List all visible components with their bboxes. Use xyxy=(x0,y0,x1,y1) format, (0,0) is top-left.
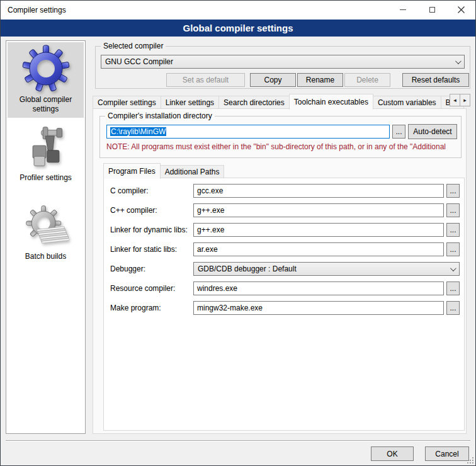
toolchain-executables-page: Compiler's installation directory C:\ray… xyxy=(93,108,467,434)
dynamic-linker-value: g++.exe xyxy=(197,225,224,234)
dynamic-linker-browse-button[interactable]: ... xyxy=(446,223,460,237)
compiler-select[interactable]: GNU GCC Compiler xyxy=(101,55,465,69)
sidebar-item-profiler-settings[interactable]: Profiler settings xyxy=(8,123,84,187)
batch-builds-icon xyxy=(23,204,69,249)
debugger-select[interactable]: GDB/CDB debugger : Default xyxy=(193,262,460,276)
blue-gear-icon xyxy=(22,45,70,93)
cpp-compiler-value: g++.exe xyxy=(197,206,224,215)
make-program-input[interactable]: mingw32-make.exe xyxy=(193,301,444,315)
chevron-down-icon xyxy=(450,265,456,271)
tab-additional-paths[interactable]: Additional Paths xyxy=(160,165,225,178)
sidebar-item-batch-builds[interactable]: Batch builds xyxy=(8,202,84,266)
close-icon xyxy=(458,6,465,13)
installation-directory-input[interactable]: C:\raylib\MinGW xyxy=(106,125,390,139)
make-program-value: mingw32-make.exe xyxy=(197,304,263,312)
resource-compiler-browse-button[interactable]: ... xyxy=(446,281,460,295)
tab-toolchain-executables[interactable]: Toolchain executables xyxy=(289,94,373,110)
installation-directory-group: Compiler's installation directory C:\ray… xyxy=(99,116,462,158)
debugger-value: GDB/CDB debugger : Default xyxy=(198,264,297,273)
rename-button[interactable]: Rename xyxy=(297,73,343,87)
title-bar[interactable]: Compiler settings xyxy=(1,1,475,20)
tab-scroll-buttons: ◂ ▸ xyxy=(450,94,470,106)
tab-scroll-left-button[interactable]: ◂ xyxy=(450,94,460,106)
scroll-right-icon: ▸ xyxy=(463,97,467,103)
delete-button[interactable]: Delete xyxy=(344,73,390,87)
c-compiler-label: C compiler: xyxy=(110,184,149,198)
make-program-browse-button[interactable]: ... xyxy=(446,301,460,315)
compiler-settings-dialog: Compiler settings Global compiler settin… xyxy=(0,0,476,466)
selected-compiler-legend: Selected compiler xyxy=(101,42,166,50)
maximize-icon xyxy=(429,7,435,13)
cpp-compiler-input[interactable]: g++.exe xyxy=(193,203,444,217)
dynamic-linker-label: Linker for dynamic libs: xyxy=(110,223,188,237)
page-title: Global compiler settings xyxy=(1,20,475,37)
static-linker-input[interactable]: ar.exe xyxy=(193,242,444,256)
debugger-label: Debugger: xyxy=(110,262,145,276)
auto-detect-button[interactable]: Auto-detect xyxy=(408,124,457,139)
resource-compiler-value: windres.exe xyxy=(197,284,237,293)
cancel-button[interactable]: Cancel xyxy=(425,446,469,461)
scroll-left-icon: ◂ xyxy=(453,97,456,103)
program-files-page: C compiler: gcc.exe ... C++ compiler: g+… xyxy=(103,178,465,431)
installation-directory-legend: Compiler's installation directory xyxy=(105,111,215,120)
bin-subdirectory-note: NOTE: All programs must exist either in … xyxy=(106,142,460,151)
sidebar-item-label: Batch builds xyxy=(8,252,84,265)
resource-compiler-label: Resource compiler: xyxy=(110,281,175,295)
cpp-compiler-browse-button[interactable]: ... xyxy=(446,203,460,217)
tab-program-files[interactable]: Program Files xyxy=(103,163,161,179)
tab-custom-variables[interactable]: Custom variables xyxy=(373,96,441,109)
static-linker-browse-button[interactable]: ... xyxy=(446,242,460,256)
window-title: Compiler settings xyxy=(8,6,66,14)
resource-compiler-input[interactable]: windres.exe xyxy=(193,281,444,295)
reset-defaults-button[interactable]: Reset defaults xyxy=(402,73,469,87)
tab-search-directories[interactable]: Search directories xyxy=(218,96,290,109)
static-linker-value: ar.exe xyxy=(197,245,218,254)
toolchain-subtabs: Program Files Additional Paths xyxy=(103,162,462,178)
installation-directory-value: C:\raylib\MinGW xyxy=(110,127,166,136)
tab-scroll-right-button[interactable]: ▸ xyxy=(460,94,470,106)
close-button[interactable] xyxy=(446,1,475,19)
tab-linker-settings[interactable]: Linker settings xyxy=(161,96,219,109)
dynamic-linker-input[interactable]: g++.exe xyxy=(193,223,444,237)
c-compiler-value: gcc.exe xyxy=(197,186,223,195)
make-program-label: Make program: xyxy=(110,301,161,315)
installation-directory-browse-button[interactable]: ... xyxy=(392,125,405,139)
copy-button[interactable]: Copy xyxy=(250,73,296,87)
chevron-down-icon xyxy=(455,58,462,64)
set-as-default-button[interactable]: Set as default xyxy=(166,73,245,87)
minimize-icon xyxy=(400,9,406,10)
minimize-button[interactable] xyxy=(388,1,417,19)
c-compiler-input[interactable]: gcc.exe xyxy=(193,184,444,198)
caption-buttons xyxy=(388,1,475,19)
maximize-button[interactable] xyxy=(417,1,446,19)
tab-compiler-settings[interactable]: Compiler settings xyxy=(93,96,161,109)
selected-compiler-group: Selected compiler GNU GCC Compiler Set a… xyxy=(95,46,470,89)
cpp-compiler-label: C++ compiler: xyxy=(110,203,157,217)
profiler-caliper-icon xyxy=(23,125,69,171)
static-linker-label: Linker for static libs: xyxy=(110,242,177,256)
sidebar-item-label: Global compiler settings xyxy=(8,95,84,118)
sidebar-item-label: Profiler settings xyxy=(8,173,84,186)
ok-button[interactable]: OK xyxy=(371,446,414,461)
compiler-tabs: Compiler settings Linker settings Search… xyxy=(93,93,470,109)
resize-grip-icon[interactable] xyxy=(472,462,473,463)
footer-divider xyxy=(6,440,470,441)
compiler-select-value: GNU GCC Compiler xyxy=(105,57,173,66)
settings-category-sidebar: Global compiler settings Profiler settin… xyxy=(6,40,86,434)
c-compiler-browse-button[interactable]: ... xyxy=(446,184,460,198)
sidebar-item-global-compiler-settings[interactable]: Global compiler settings xyxy=(8,42,84,118)
